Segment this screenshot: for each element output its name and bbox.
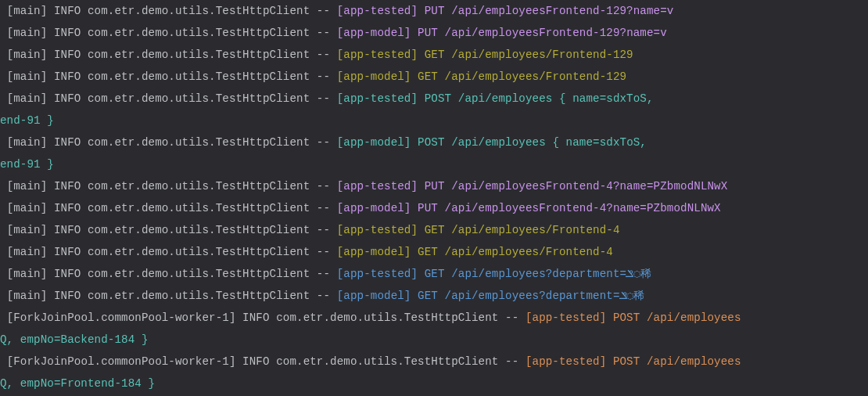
log-line: [main] INFO com.etr.demo.utils.TestHttpC… [0,22,868,44]
log-tag: [app-model] [337,136,411,149]
log-prefix: [main] INFO com.etr.demo.utils.TestHttpC… [0,290,337,302]
log-line-continuation: end-91 } [0,153,868,175]
log-prefix: [ForkJoinPool.commonPool-worker-1] INFO … [0,311,525,324]
log-prefix: [main] INFO com.etr.demo.utils.TestHttpC… [0,49,337,61]
log-continuation-text: Q, empNo=Frontend-184 } [0,377,155,390]
log-tag: [app-model] [337,246,411,258]
log-prefix: [main] INFO com.etr.demo.utils.TestHttpC… [0,268,337,280]
log-prefix: [main] INFO com.etr.demo.utils.TestHttpC… [0,246,337,258]
log-message: POST /api/employees [606,355,741,368]
log-prefix: [main] INFO com.etr.demo.utils.TestHttpC… [0,27,337,39]
log-message: POST /api/employees { name=sdxToS, [411,136,647,149]
log-prefix: [main] INFO com.etr.demo.utils.TestHttpC… [0,136,337,149]
log-line: [main] INFO com.etr.demo.utils.TestHttpC… [0,0,868,22]
log-line: [main] INFO com.etr.demo.utils.TestHttpC… [0,66,868,88]
log-line: [main] INFO com.etr.demo.utils.TestHttpC… [0,263,868,285]
log-tag: [app-tested] [525,311,606,324]
log-line: [main] INFO com.etr.demo.utils.TestHttpC… [0,175,868,197]
log-message: PUT /api/employeesFrontend-4?name=PZbmod… [418,180,727,193]
log-tag: [app-tested] [337,268,418,280]
log-tag: [app-tested] [337,49,418,61]
log-tag: [app-model] [337,290,411,302]
log-prefix: [main] INFO com.etr.demo.utils.TestHttpC… [0,5,337,17]
log-message: GET /api/employees?department=ݏ◌稀 [418,268,651,280]
log-message: PUT /api/employeesFrontend-129?name=v [418,5,673,17]
log-tag: [app-tested] [337,92,418,105]
log-prefix: [main] INFO com.etr.demo.utils.TestHttpC… [0,92,337,105]
log-tag: [app-model] [337,70,411,83]
log-message: GET /api/employees/Frontend-4 [411,246,612,258]
log-message: PUT /api/employeesFrontend-129?name=v [411,27,666,39]
log-line-continuation: Q, empNo=Backend-184 } [0,329,868,351]
log-line: [ForkJoinPool.commonPool-worker-1] INFO … [0,307,868,329]
log-line-continuation: Q, empNo=Frontend-184 } [0,373,868,394]
log-tag: [app-tested] [337,224,418,236]
log-line: [main] INFO com.etr.demo.utils.TestHttpC… [0,44,868,66]
log-message: PUT /api/employeesFrontend-4?name=PZbmod… [411,202,720,214]
log-message: POST /api/employees { name=sdxToS, [418,92,654,105]
log-message: GET /api/employees?department=ݏ◌稀 [411,290,644,302]
log-line: [ForkJoinPool.commonPool-worker-1] INFO … [0,351,868,373]
log-line: [main] INFO com.etr.demo.utils.TestHttpC… [0,131,868,153]
log-prefix: [ForkJoinPool.commonPool-worker-1] INFO … [0,355,525,368]
log-message: GET /api/employees/Frontend-4 [418,224,619,236]
log-tag: [app-tested] [525,355,606,368]
log-line: [main] INFO com.etr.demo.utils.TestHttpC… [0,88,868,110]
log-tag: [app-model] [337,27,411,39]
log-line-continuation: end-91 } [0,110,868,131]
log-message: POST /api/employees [606,311,741,324]
log-prefix: [main] INFO com.etr.demo.utils.TestHttpC… [0,224,337,236]
log-tag: [app-tested] [337,5,418,17]
log-line: [main] INFO com.etr.demo.utils.TestHttpC… [0,241,868,263]
log-prefix: [main] INFO com.etr.demo.utils.TestHttpC… [0,202,337,214]
log-tag: [app-tested] [337,180,418,193]
log-continuation-text: end-91 } [0,158,54,171]
log-line: [main] INFO com.etr.demo.utils.TestHttpC… [0,197,868,219]
log-tag: [app-model] [337,202,411,214]
log-prefix: [main] INFO com.etr.demo.utils.TestHttpC… [0,180,337,193]
log-message: GET /api/employees/Frontend-129 [418,49,633,61]
log-continuation-text: Q, empNo=Backend-184 } [0,333,149,346]
log-prefix: [main] INFO com.etr.demo.utils.TestHttpC… [0,70,337,83]
log-continuation-text: end-91 } [0,114,54,127]
log-output: [main] INFO com.etr.demo.utils.TestHttpC… [0,0,868,394]
log-line: [main] INFO com.etr.demo.utils.TestHttpC… [0,219,868,241]
log-message: GET /api/employees/Frontend-129 [411,70,626,83]
log-line: [main] INFO com.etr.demo.utils.TestHttpC… [0,285,868,307]
